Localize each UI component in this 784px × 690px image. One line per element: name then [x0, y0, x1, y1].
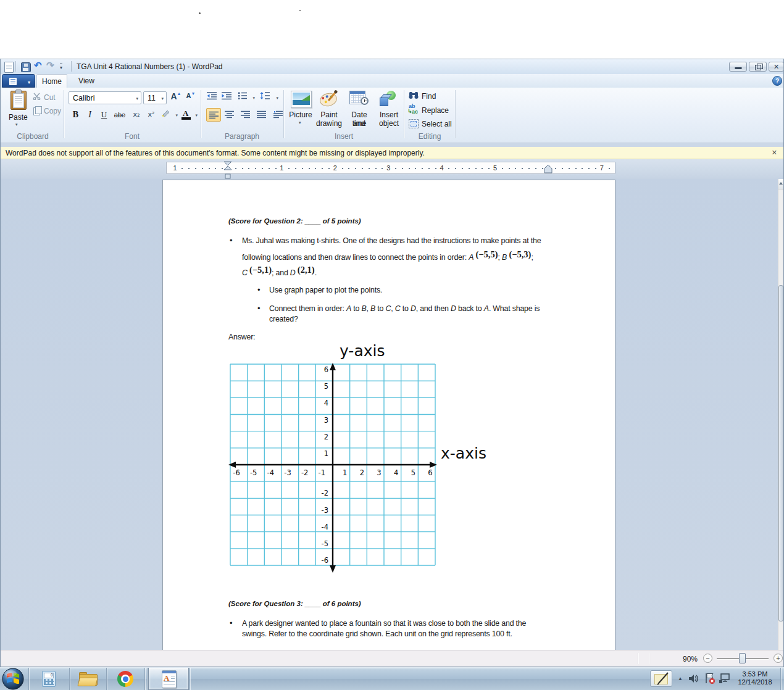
cut-button[interactable]: Cut [33, 93, 62, 102]
ruler-tick [362, 168, 363, 169]
x-tick-label: 4 [394, 468, 398, 477]
warning-close-icon[interactable]: ✕ [772, 149, 777, 157]
ruler-tick [255, 168, 256, 169]
align-right-button[interactable] [238, 108, 253, 122]
help-icon[interactable]: ? [772, 76, 782, 86]
ruler-tick [322, 168, 323, 169]
ruler-tick [435, 168, 436, 169]
q2-sub-bullet-2-line2: created? [269, 315, 298, 323]
tab-view[interactable]: View [70, 74, 103, 88]
decrease-indent-button[interactable] [206, 91, 220, 104]
vertical-scrollbar[interactable] [778, 179, 783, 650]
select-all-button[interactable]: Select all [409, 118, 453, 129]
screen: ↶ ↷ ▾ TGA Unit 4 Rational Numbers (1) - … [0, 0, 784, 690]
taskbar-explorer-button[interactable] [70, 668, 106, 690]
highlight-color-button[interactable]: ▾ [161, 108, 179, 122]
ruler-tick [288, 168, 290, 169]
calculator-icon: 0 [42, 671, 56, 687]
ruler-tick [369, 168, 370, 169]
copy-button[interactable]: Copy [33, 106, 62, 116]
volume-icon[interactable] [688, 673, 699, 684]
chevron-down-icon: ▾ [15, 122, 18, 127]
replace-button[interactable]: ab ↳ ac Replace [407, 104, 452, 116]
screen-artifact-dot [199, 12, 201, 14]
superscript-button[interactable]: x² [144, 108, 159, 122]
ribbon: Paste ▾ Cut Copy Clipboard Calibri ▾ 11 [1, 88, 783, 143]
ruler-tick [275, 168, 277, 169]
ruler-tick [248, 168, 249, 169]
wordpad-app-icon[interactable] [4, 62, 14, 73]
show-desktop-button[interactable] [780, 668, 781, 690]
clock-icon [361, 97, 369, 105]
x-tick-label: -3 [284, 468, 291, 477]
ruler-tick [382, 168, 383, 169]
strikethrough-button[interactable]: abe [111, 108, 128, 122]
insert-picture-button[interactable]: Picture ▾ [288, 89, 314, 129]
taskbar-chrome-button[interactable] [107, 668, 144, 690]
scrollbar-thumb[interactable] [778, 285, 783, 621]
wordpad-menu-button[interactable]: ▾ [2, 74, 35, 88]
zoom-out-button[interactable]: − [703, 654, 712, 663]
find-button[interactable]: Find [409, 91, 452, 102]
ruler-tick [302, 168, 303, 169]
ruler-tick [575, 168, 577, 169]
zoom-slider-thumb[interactable] [739, 653, 746, 663]
align-left-button[interactable] [206, 108, 221, 122]
paint-drawing-button[interactable]: Paint drawing [315, 89, 343, 129]
bold-button[interactable]: B [69, 108, 83, 122]
paragraph-group-label: Paragraph [202, 132, 282, 141]
document-page[interactable]: (Score for Question 2: ____ of 5 points)… [162, 180, 615, 650]
paste-button[interactable]: Paste ▾ [6, 89, 30, 129]
redo-button[interactable]: ↷ [46, 60, 54, 71]
justify-button[interactable] [254, 108, 269, 122]
ruler-tick [515, 168, 516, 169]
minimize-button[interactable] [729, 62, 747, 72]
taskbar-calculator-button[interactable]: 0 [29, 668, 69, 690]
coordinate-grid: -6-5-4-3-2-1123456654321-2-3-4-5-6 [228, 360, 440, 574]
undo-button[interactable]: ↶ [34, 60, 42, 71]
ruler-tick [242, 168, 243, 169]
align-center-button[interactable] [222, 108, 237, 122]
line-spacing-icon [260, 91, 270, 100]
chevron-down-icon: ▾ [28, 80, 30, 85]
grow-font-button[interactable]: A▲ [169, 91, 183, 104]
date-and-time-button[interactable]: Date and time [344, 89, 374, 129]
tab-home[interactable]: Home [36, 74, 67, 88]
save-button[interactable] [21, 62, 31, 72]
increase-indent-button[interactable] [221, 91, 235, 104]
italic-button[interactable]: I [83, 108, 97, 122]
list-button[interactable]: ▾ [238, 91, 256, 104]
tablet-input-tray-button[interactable] [650, 670, 672, 687]
tray-expand-icon[interactable]: ▲ [678, 676, 683, 681]
insert-object-button[interactable]: Insert object [375, 89, 402, 129]
customize-qat-button[interactable]: ▾ [60, 64, 62, 70]
font-color-button[interactable]: A ▾ [180, 108, 199, 122]
line-spacing-button[interactable]: ▾ [260, 91, 280, 104]
subscript-button[interactable]: x₂ [129, 108, 144, 122]
action-center-flag-icon[interactable] [704, 673, 715, 684]
ruler-tick [588, 168, 590, 169]
indent-marker-right[interactable] [544, 164, 553, 174]
taskbar-wordpad-button[interactable]: A [148, 668, 189, 690]
font-family-select[interactable]: Calibri ▾ [69, 91, 141, 104]
clock[interactable]: 3:53 PM 12/14/2018 [733, 670, 777, 686]
zoom-in-button[interactable]: + [774, 654, 783, 663]
paragraph-dialog-button[interactable] [272, 108, 287, 122]
underline-button[interactable]: U [97, 108, 111, 122]
network-icon[interactable] [719, 673, 730, 684]
ruler-tick [395, 168, 396, 169]
font-size-select[interactable]: 11 ▾ [143, 91, 167, 104]
scroll-up-button[interactable] [778, 179, 783, 189]
start-button[interactable] [2, 668, 28, 690]
restore-button[interactable] [749, 62, 767, 72]
ruler-number: 5 [493, 164, 497, 172]
ruler-tick [355, 168, 356, 169]
x-tick-label: 6 [428, 468, 432, 477]
ruler-tick [502, 168, 503, 169]
shrink-font-button[interactable]: A▼ [184, 91, 198, 104]
ruler-tick [348, 168, 349, 169]
ruler-tick [215, 168, 216, 169]
q2-score-line: (Score for Question 2: ____ of 5 points) [228, 217, 361, 225]
indent-marker-left[interactable] [223, 161, 233, 180]
close-button[interactable]: ✕ [769, 62, 784, 72]
